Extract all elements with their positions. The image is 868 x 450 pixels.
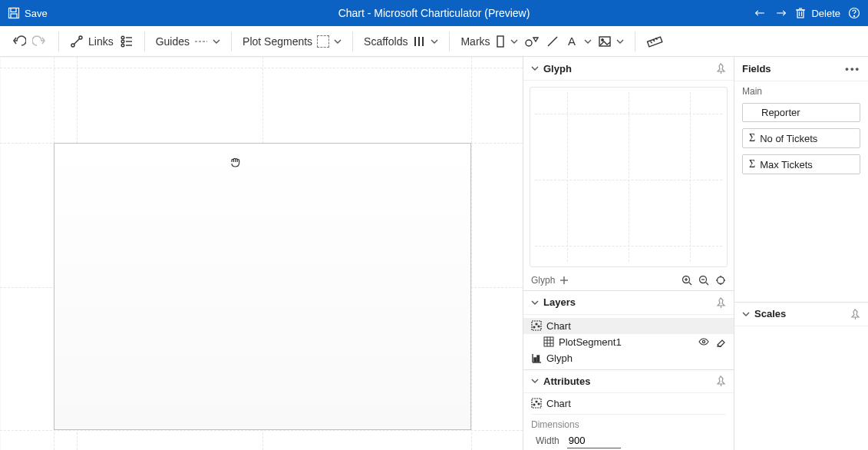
mark-image-button[interactable]	[598, 35, 624, 48]
chevron-down-icon[interactable]	[531, 65, 539, 72]
pin-icon[interactable]	[850, 309, 860, 319]
marks-button[interactable]: Marks	[460, 35, 517, 48]
legend-button[interactable]	[120, 35, 134, 48]
layers-panel-title: Layers	[543, 296, 576, 308]
field-max-tickets[interactable]: Σ Max Tickets	[742, 154, 860, 174]
layer-chart-label: Chart	[546, 320, 571, 332]
zoom-out-icon[interactable]	[698, 275, 709, 286]
layer-chart[interactable]: Chart	[523, 318, 734, 334]
symbol-icon	[524, 35, 540, 48]
chart-icon	[531, 398, 542, 409]
main-area: Glyph Glyph	[0, 57, 868, 450]
attributes-panel-title: Attributes	[543, 376, 590, 387]
glyph-footer: Glyph	[523, 273, 734, 291]
guides-label: Guides	[156, 35, 190, 48]
field-reporter-label: Reporter	[761, 107, 800, 118]
more-icon[interactable]: •••	[845, 63, 860, 74]
svg-point-52	[536, 323, 537, 325]
image-icon	[598, 35, 612, 48]
pin-icon[interactable]	[715, 63, 726, 74]
scaffolds-button[interactable]: Scaffolds	[364, 35, 438, 48]
layer-glyph[interactable]: Glyph	[523, 350, 734, 366]
text-icon: A	[566, 35, 579, 48]
redo-icon[interactable]	[32, 34, 48, 49]
svg-point-14	[121, 36, 124, 39]
width-input[interactable]	[567, 433, 621, 448]
right-panels: Glyph Glyph	[523, 57, 868, 450]
svg-rect-24	[497, 36, 503, 47]
trash-icon	[794, 7, 807, 19]
plot-segments-button[interactable]: Plot Segments	[243, 35, 342, 48]
glyph-panel-header: Glyph	[523, 57, 734, 81]
svg-text:A: A	[568, 35, 576, 48]
layer-plotsegment1[interactable]: PlotSegment1	[523, 334, 734, 350]
zoom-fit-icon[interactable]	[715, 275, 726, 286]
guides-button[interactable]: Guides	[156, 35, 220, 48]
scaffold-icon	[412, 35, 426, 48]
sigma-icon: Σ	[749, 132, 755, 144]
svg-rect-2	[11, 14, 17, 18]
chevron-down-icon[interactable]	[742, 310, 750, 318]
glyph-tab-label[interactable]: Glyph	[531, 275, 555, 286]
links-icon	[70, 35, 84, 48]
chart-plot-area[interactable]	[54, 143, 471, 430]
undo-width-icon[interactable]	[754, 7, 767, 19]
sigma-icon: Σ	[749, 158, 755, 170]
layer-plotsegment-label: PlotSegment1	[559, 336, 622, 348]
mark-text-button[interactable]: A	[566, 35, 592, 48]
glyph-canvas[interactable]	[530, 87, 728, 267]
svg-point-69	[538, 403, 540, 405]
attributes-chart-label: Chart	[546, 398, 571, 409]
links-button[interactable]: Links	[70, 35, 114, 48]
pin-icon[interactable]	[715, 376, 726, 386]
svg-point-51	[533, 326, 535, 328]
scales-body	[734, 326, 868, 451]
svg-point-25	[526, 40, 532, 46]
svg-line-31	[650, 41, 652, 43]
chevron-down-icon	[334, 38, 342, 45]
mark-line-button[interactable]	[546, 35, 559, 48]
field-no-of-tickets[interactable]: Σ No of Tickets	[742, 128, 860, 148]
field-reporter[interactable]: Reporter	[742, 103, 860, 122]
grid-icon	[543, 336, 554, 347]
toolbar: Links Guides Plot Segments Scaffolds	[0, 26, 868, 57]
mark-rect-icon	[495, 35, 506, 48]
line-icon	[546, 35, 559, 48]
ruler-button[interactable]	[646, 35, 663, 48]
plus-icon[interactable]	[559, 276, 569, 285]
separator	[231, 31, 232, 51]
svg-point-67	[533, 404, 535, 405]
zoom-in-icon[interactable]	[682, 275, 692, 286]
delete-button[interactable]: Delete	[794, 7, 840, 19]
fields-group-label: Main	[734, 81, 868, 100]
svg-rect-64	[537, 356, 540, 362]
mark-symbol-button[interactable]	[524, 35, 540, 48]
layer-glyph-label: Glyph	[546, 352, 573, 364]
separator	[635, 31, 635, 51]
eye-icon[interactable]	[698, 336, 709, 347]
fields-panel-title: Fields	[742, 63, 771, 74]
chevron-down-icon	[431, 38, 438, 45]
chevron-down-icon	[616, 38, 624, 45]
svg-point-68	[536, 401, 537, 402]
undo-icon[interactable]	[11, 34, 26, 49]
ruler-icon	[646, 35, 663, 48]
svg-line-38	[689, 282, 692, 285]
eraser-icon[interactable]	[715, 336, 726, 347]
svg-rect-5	[797, 10, 804, 18]
chevron-down-icon[interactable]	[531, 299, 539, 306]
chevron-down-icon	[213, 38, 220, 45]
field-max-tickets-label: Max Tickets	[760, 159, 813, 170]
redo-width-icon[interactable]	[774, 7, 787, 19]
separator	[352, 31, 353, 51]
svg-point-13	[79, 36, 82, 39]
chart-canvas[interactable]	[0, 57, 523, 450]
chevron-down-icon[interactable]	[531, 377, 539, 385]
help-icon[interactable]	[848, 7, 860, 19]
attributes-body: Chart Dimensions Width	[523, 393, 734, 450]
bar-icon	[531, 352, 542, 363]
field-no-of-tickets-label: No of Tickets	[760, 133, 817, 144]
save-button[interactable]: Save	[8, 7, 48, 19]
fields-panel-header: Fields •••	[734, 57, 868, 81]
pin-icon[interactable]	[715, 297, 726, 308]
